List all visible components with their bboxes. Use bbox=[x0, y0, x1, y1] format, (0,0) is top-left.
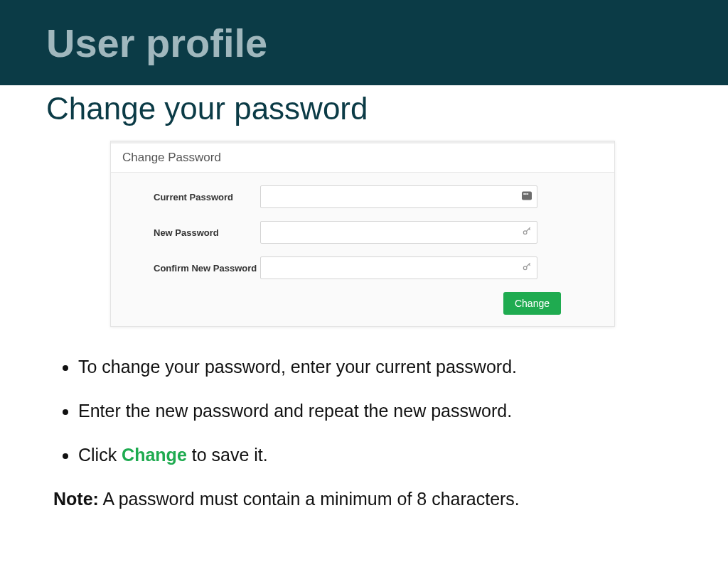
confirm-password-input[interactable] bbox=[260, 256, 537, 279]
key-icon[interactable] bbox=[522, 262, 532, 274]
change-emphasis: Change bbox=[122, 445, 187, 465]
change-password-panel: Change Password Current Password New Pas… bbox=[110, 141, 615, 327]
current-password-input[interactable] bbox=[260, 185, 537, 208]
header-bar: User profile bbox=[0, 0, 728, 85]
instruction-list: To change your password, enter your curr… bbox=[53, 355, 675, 467]
panel-body: Current Password New Password Confirm Ne… bbox=[111, 173, 614, 326]
change-button[interactable]: Change bbox=[503, 292, 561, 315]
svg-point-0 bbox=[523, 231, 527, 234]
text: to save it. bbox=[187, 445, 268, 465]
button-row: Change bbox=[125, 292, 600, 315]
password-manager-icon[interactable] bbox=[522, 192, 532, 202]
svg-point-1 bbox=[523, 266, 527, 270]
note-line: Note: A password must contain a minimum … bbox=[53, 487, 675, 512]
new-password-input[interactable] bbox=[260, 221, 537, 244]
instruction-item-click: Click Change to save it. bbox=[78, 443, 675, 468]
row-new-password: New Password bbox=[125, 221, 600, 244]
panel-title: Change Password bbox=[111, 141, 614, 173]
instruction-item: To change your password, enter your curr… bbox=[78, 355, 675, 379]
note-text: A password must contain a minimum of 8 c… bbox=[99, 489, 520, 509]
page-title: User profile bbox=[46, 20, 267, 66]
row-confirm-password: Confirm New Password bbox=[125, 256, 600, 279]
label-current-password: Current Password bbox=[125, 192, 260, 202]
input-wrap-new bbox=[260, 221, 537, 244]
panel-wrap: Change Password Current Password New Pas… bbox=[0, 141, 728, 348]
row-current-password: Current Password bbox=[125, 185, 600, 208]
subheader: Change your password bbox=[0, 85, 728, 141]
instructions: To change your password, enter your curr… bbox=[0, 348, 728, 512]
section-title: Change your password bbox=[46, 91, 682, 126]
input-wrap-confirm bbox=[260, 256, 537, 279]
label-confirm-password: Confirm New Password bbox=[125, 263, 260, 274]
key-icon[interactable] bbox=[522, 227, 532, 239]
instruction-item: Enter the new password and repeat the ne… bbox=[78, 399, 675, 423]
label-new-password: New Password bbox=[125, 227, 260, 238]
input-wrap-current bbox=[260, 185, 537, 208]
text: Click bbox=[78, 445, 122, 465]
note-label: Note: bbox=[53, 489, 99, 509]
